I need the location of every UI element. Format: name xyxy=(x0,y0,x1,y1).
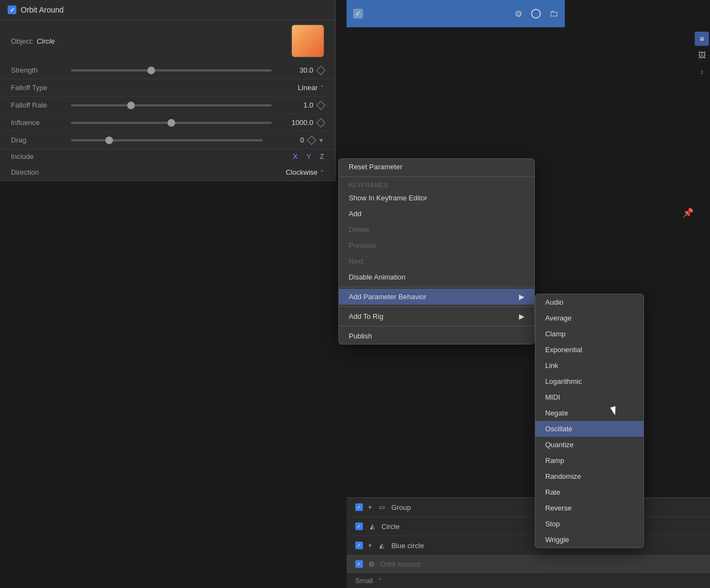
menu-previous-keyframe: Previous xyxy=(339,237,534,253)
submenu-quantize[interactable]: Quantize xyxy=(535,437,643,453)
submenu-link[interactable]: Link xyxy=(535,358,643,373)
submenu-exponential[interactable]: Exponential xyxy=(535,342,643,358)
direction-value: Clockwise xyxy=(285,168,318,176)
falloff-rate-row: Falloff Rate 1.0 xyxy=(0,97,335,114)
direction-chevron: ⌃ xyxy=(320,169,324,175)
top-right-folder-icon[interactable]: 🗀 xyxy=(550,9,558,19)
bottom-footer: Small ⌃ xyxy=(347,573,710,588)
submenu-oscillate[interactable]: Oscillate xyxy=(535,421,643,437)
circle-shape-icon: ◭ xyxy=(367,521,377,531)
include-y[interactable]: Y xyxy=(306,152,311,161)
menu-add-parameter-behavior-label: Add Parameter Behavior xyxy=(349,293,426,301)
falloff-rate-keyframe-icon[interactable] xyxy=(317,100,326,110)
bottom-panel: ▼ ▭ Group ◭ Circle ▼ ◭ Blue circle ⚙ Orb… xyxy=(347,497,710,588)
influence-row: Influence 1000.0 xyxy=(0,114,335,132)
include-z[interactable]: Z xyxy=(320,152,324,161)
group-checkbox[interactable] xyxy=(355,503,363,511)
submenu-average[interactable]: Average xyxy=(535,310,643,326)
drag-slider[interactable] xyxy=(71,139,267,141)
context-menu: Reset Parameter KEYFRAMES Show In Keyfra… xyxy=(338,158,535,345)
blue-circle-checkbox[interactable] xyxy=(355,542,363,549)
submenu-ramp[interactable]: Ramp xyxy=(535,453,643,468)
direction-label: Direction xyxy=(11,168,71,176)
falloff-rate-label: Falloff Rate xyxy=(11,101,71,109)
orbit-around-row-label[interactable]: Orbit Around xyxy=(380,560,420,568)
blue-circle-label[interactable]: Blue circle xyxy=(391,542,424,550)
falloff-type-chevron: ⌃ xyxy=(320,85,324,91)
menu-add-to-rig[interactable]: Add To Rig ▶ xyxy=(339,308,534,324)
top-right-circle-icon xyxy=(531,9,541,19)
circle-label[interactable]: Circle xyxy=(381,522,399,531)
blue-circle-shape-icon: ◭ xyxy=(377,541,387,550)
panel-header: Orbit Around xyxy=(0,0,335,20)
drag-row: Drag 0 ▼ xyxy=(0,132,335,149)
drag-label: Drag xyxy=(11,136,71,144)
falloff-type-dropdown[interactable]: Linear ⌃ xyxy=(298,84,324,92)
right-icon-layers[interactable]: ≡ xyxy=(695,32,709,46)
top-right-gear-icon[interactable]: ⚙ xyxy=(515,9,522,19)
menu-delete-keyframe: Delete xyxy=(339,222,534,237)
submenu-midi[interactable]: MIDI xyxy=(535,389,643,405)
bottom-row-orbit-around: ⚙ Orbit Around xyxy=(347,555,710,573)
submenu-arrow-icon: ▶ xyxy=(519,293,524,301)
keyframes-section-label: KEYFRAMES xyxy=(339,179,534,190)
strength-row: Strength 30.0 xyxy=(0,62,335,79)
menu-add-parameter-behavior[interactable]: Add Parameter Behavior ▶ xyxy=(339,289,534,305)
submenu-clamp[interactable]: Clamp xyxy=(535,326,643,342)
strength-slider[interactable] xyxy=(71,69,276,72)
xyz-labels: X Y Z xyxy=(293,152,324,161)
submenu-wriggle[interactable]: Wriggle xyxy=(535,532,643,548)
top-right-checkbox[interactable]: ✓ xyxy=(353,9,363,19)
menu-separator-4 xyxy=(339,326,534,326)
falloff-type-label: Falloff Type xyxy=(11,84,71,92)
menu-reset-parameter[interactable]: Reset Parameter xyxy=(339,159,534,175)
submenu-stop[interactable]: Stop xyxy=(535,516,643,532)
submenu: Audio Average Clamp Exponential Link Log… xyxy=(535,294,644,548)
falloff-rate-value: 1.0 xyxy=(281,101,313,109)
include-label: Include xyxy=(11,152,71,161)
influence-slider[interactable] xyxy=(71,122,276,124)
orbit-around-checkbox[interactable] xyxy=(8,5,16,14)
submenu-randomize[interactable]: Randomize xyxy=(535,468,643,484)
submenu-negate[interactable]: Negate xyxy=(535,405,643,421)
bottom-row-blue-circle: ▼ ◭ Blue circle xyxy=(347,536,710,555)
object-thumbnail xyxy=(291,25,324,57)
circle-checkbox[interactable] xyxy=(355,522,363,530)
left-panel: Orbit Around Object: Circle Strength 30.… xyxy=(0,0,336,181)
drag-expand-icon[interactable]: ▼ xyxy=(318,137,324,144)
influence-keyframe-icon[interactable] xyxy=(317,118,326,127)
submenu-reverse[interactable]: Reverse xyxy=(535,500,643,516)
right-icon-audio[interactable]: ♪ xyxy=(695,64,709,79)
group-folder-icon: ▭ xyxy=(377,502,387,512)
include-x[interactable]: X xyxy=(293,152,298,161)
orbit-around-gear-icon: ⚙ xyxy=(367,560,376,568)
footer-size-chevron[interactable]: ⌃ xyxy=(378,578,382,584)
include-row: Include X Y Z xyxy=(0,149,335,164)
blue-circle-arrow-icon: ▼ xyxy=(367,543,373,549)
group-arrow-icon: ▼ xyxy=(367,504,373,510)
bottom-row-circle: ◭ Circle xyxy=(347,517,710,536)
menu-next-keyframe: Next xyxy=(339,253,534,269)
strength-keyframe-icon[interactable] xyxy=(317,66,326,75)
pin-icon[interactable]: 📌 xyxy=(683,207,694,218)
submenu-logarithmic[interactable]: Logarithmic xyxy=(535,373,643,389)
panel-title: Orbit Around xyxy=(21,5,64,14)
menu-publish[interactable]: Publish xyxy=(339,328,534,344)
menu-disable-animation[interactable]: Disable Animation xyxy=(339,269,534,285)
submenu-rate[interactable]: Rate xyxy=(535,484,643,500)
group-label[interactable]: Group xyxy=(391,503,411,512)
strength-value: 30.0 xyxy=(281,66,313,74)
object-row: Object: Circle xyxy=(0,20,335,62)
object-label: Object: xyxy=(11,37,33,45)
menu-add-to-rig-label: Add To Rig xyxy=(349,312,383,320)
submenu-audio[interactable]: Audio xyxy=(535,294,643,310)
orbit-around-row-checkbox[interactable] xyxy=(355,560,363,568)
falloff-rate-slider[interactable] xyxy=(71,104,276,106)
drag-keyframe-icon[interactable] xyxy=(307,135,317,145)
right-icon-media[interactable]: 🖼 xyxy=(695,48,709,62)
direction-dropdown[interactable]: Clockwise ⌃ xyxy=(285,168,324,176)
direction-row: Direction Clockwise ⌃ xyxy=(0,164,335,181)
menu-separator-2 xyxy=(339,287,534,287)
menu-add-keyframe[interactable]: Add xyxy=(339,206,534,222)
menu-show-keyframe-editor[interactable]: Show In Keyframe Editor xyxy=(339,190,534,206)
